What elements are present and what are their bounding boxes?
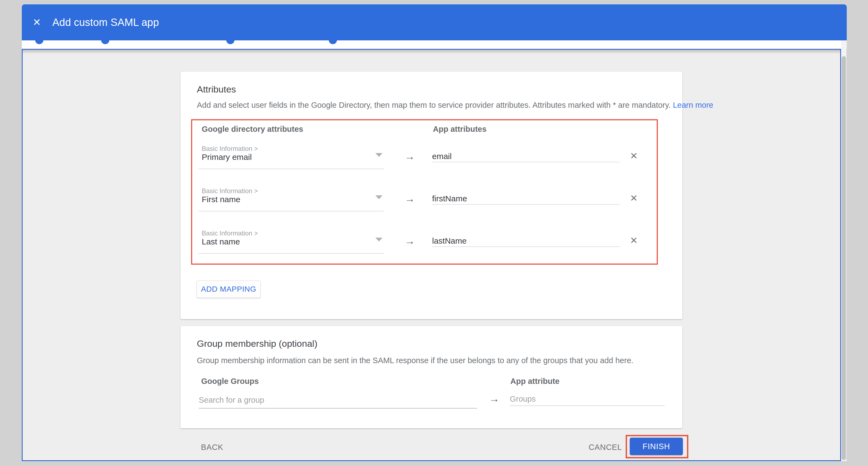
google-directory-attributes-header: Google directory attributes (202, 125, 303, 134)
finish-button[interactable]: FINISH (630, 438, 683, 455)
group-search-input[interactable] (199, 392, 477, 409)
groups-attribute-input[interactable] (510, 392, 664, 406)
remove-mapping-icon[interactable]: ✕ (626, 192, 642, 204)
remove-mapping-icon[interactable]: ✕ (626, 234, 642, 246)
close-icon[interactable]: ✕ (33, 18, 45, 27)
dropdown-arrow-icon[interactable] (375, 238, 382, 241)
attributes-description: Add and select user fields in the Google… (197, 101, 713, 110)
select-underline (198, 253, 384, 254)
dropdown-arrow-icon[interactable] (375, 195, 382, 199)
app-attribute-input[interactable] (432, 235, 620, 247)
select-underline (198, 169, 384, 169)
select-underline (198, 211, 384, 211)
map-arrow-icon: → (398, 150, 422, 162)
mapping-row-category: Basic Information > (202, 229, 258, 237)
stepper-strip (22, 40, 847, 49)
google-attribute-select[interactable]: Last name (202, 237, 240, 246)
learn-more-link[interactable]: Learn more (673, 101, 713, 109)
app-attributes-header: App attributes (433, 125, 487, 134)
map-arrow-icon: → (482, 392, 506, 405)
cancel-button[interactable]: CANCEL (589, 443, 622, 452)
app-attribute-input[interactable] (432, 151, 620, 162)
attributes-description-text: Add and select user fields in the Google… (197, 101, 673, 109)
map-arrow-icon: → (398, 193, 422, 205)
remove-mapping-icon[interactable]: ✕ (626, 150, 642, 162)
mapping-row-category: Basic Information > (202, 187, 258, 195)
mapping-row-category: Basic Information > (202, 145, 258, 152)
app-attribute-label: App attribute (510, 377, 559, 386)
google-groups-label: Google Groups (201, 377, 259, 386)
google-attribute-select[interactable]: First name (202, 195, 241, 204)
dialog-header: ✕ Add custom SAML app (22, 4, 847, 40)
mapping-annotation-box: Google directory attributes App attribut… (191, 119, 658, 265)
group-membership-card: Group membership (optional) Group member… (181, 326, 682, 428)
dialog-content: Attributes Add and select user fields in… (22, 49, 841, 461)
add-custom-saml-app-dialog: ✕ Add custom SAML app Attributes Add and… (0, 0, 868, 466)
google-attribute-select[interactable]: Primary email (202, 152, 252, 162)
add-mapping-button[interactable]: ADD MAPPING (196, 281, 260, 298)
dialog-title: Add custom SAML app (52, 17, 159, 28)
group-membership-description: Group membership information can be sent… (197, 356, 633, 365)
back-button[interactable]: BACK (201, 443, 223, 452)
dropdown-arrow-icon[interactable] (375, 153, 382, 157)
map-arrow-icon: → (398, 235, 422, 247)
attributes-card: Attributes Add and select user fields in… (181, 72, 682, 319)
attributes-title: Attributes (197, 84, 236, 95)
group-membership-title: Group membership (optional) (197, 338, 317, 349)
scrollbar-thumb[interactable] (842, 56, 846, 460)
app-attribute-input[interactable] (432, 193, 620, 205)
